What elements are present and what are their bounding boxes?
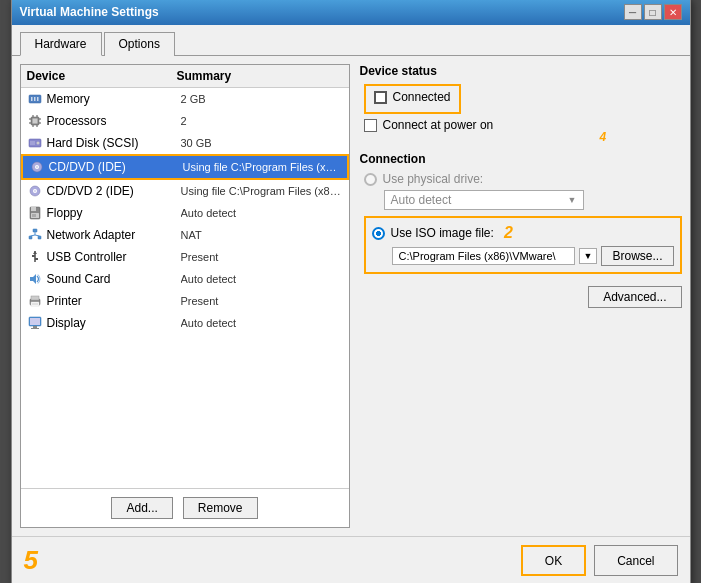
device-buttons: Add... Remove xyxy=(21,488,349,527)
connected-row: Connected xyxy=(374,90,451,104)
svg-rect-3 xyxy=(37,97,39,101)
iso-path-display: C:\Program Files (x86)\VMware\ xyxy=(392,247,575,265)
svg-rect-1 xyxy=(31,97,33,101)
bottom-bar: 5 OK Cancel xyxy=(12,536,690,583)
svg-rect-27 xyxy=(32,214,36,217)
svg-rect-36 xyxy=(32,255,35,257)
svg-line-32 xyxy=(30,235,35,236)
sound-icon xyxy=(27,271,43,287)
svg-marker-38 xyxy=(30,274,36,284)
tab-hardware[interactable]: Hardware xyxy=(20,32,102,56)
svg-rect-37 xyxy=(35,258,38,260)
svg-rect-28 xyxy=(33,229,37,232)
display-icon xyxy=(27,315,43,331)
svg-rect-25 xyxy=(31,207,36,211)
svg-point-15 xyxy=(36,142,39,145)
table-row[interactable]: USB Controller Present xyxy=(21,246,349,268)
close-button[interactable]: ✕ xyxy=(664,4,682,20)
main-window: Virtual Machine Settings ─ □ ✕ Hardware … xyxy=(11,0,691,583)
add-button[interactable]: Add... xyxy=(111,497,172,519)
table-row[interactable]: Memory 2 GB xyxy=(21,88,349,110)
svg-rect-30 xyxy=(38,236,41,239)
annotation-5: 5 xyxy=(24,545,38,576)
ok-button[interactable]: OK xyxy=(521,545,586,576)
window-title: Virtual Machine Settings xyxy=(20,5,159,19)
memory-icon xyxy=(27,91,43,107)
physical-drive-row: Use physical drive: xyxy=(364,172,682,186)
svg-rect-44 xyxy=(30,318,40,325)
title-bar: Virtual Machine Settings ─ □ ✕ xyxy=(12,0,690,25)
settings-panel: Device status Connected Connect at power… xyxy=(360,64,682,528)
col-device-header: Device xyxy=(27,69,177,83)
hdd-icon xyxy=(27,135,43,151)
remove-button[interactable]: Remove xyxy=(183,497,258,519)
cancel-button[interactable]: Cancel xyxy=(594,545,677,576)
svg-rect-5 xyxy=(32,119,37,124)
printer-icon xyxy=(27,293,43,309)
tab-options[interactable]: Options xyxy=(104,32,175,56)
connect-power-row: Connect at power on xyxy=(364,118,682,132)
device-list-panel: Device Summary Memory 2 GB xyxy=(20,64,350,528)
connected-container: Connected xyxy=(364,84,461,114)
physical-drive-radio[interactable] xyxy=(364,173,377,186)
table-row[interactable]: Floppy Auto detect xyxy=(21,202,349,224)
network-icon xyxy=(27,227,43,243)
svg-marker-35 xyxy=(33,251,37,254)
cpu-icon xyxy=(27,113,43,129)
cdrom-icon xyxy=(29,159,45,175)
svg-point-20 xyxy=(36,166,38,168)
main-content: Device Summary Memory 2 GB xyxy=(12,56,690,536)
physical-drive-label: Use physical drive: xyxy=(383,172,484,186)
iso-input-row: C:\Program Files (x86)\VMware\ ▼ Browse.… xyxy=(392,246,674,266)
table-row[interactable]: Sound Card Auto detect xyxy=(21,268,349,290)
svg-rect-46 xyxy=(31,328,39,329)
table-header: Device Summary xyxy=(21,65,349,88)
iso-image-label: Use ISO image file: xyxy=(391,226,494,240)
physical-drive-select[interactable]: Auto detect ▼ xyxy=(384,190,584,210)
svg-line-33 xyxy=(35,235,40,236)
cdrom2-icon xyxy=(27,183,43,199)
advanced-row: Advanced... xyxy=(360,286,682,308)
device-table: Device Summary Memory 2 GB xyxy=(21,65,349,488)
connected-checkbox[interactable] xyxy=(374,91,387,104)
iso-image-row: Use ISO image file: 2 xyxy=(372,224,674,242)
svg-rect-40 xyxy=(31,296,39,300)
iso-section: Use ISO image file: 2 C:\Program Files (… xyxy=(364,216,682,274)
floppy-icon xyxy=(27,205,43,221)
iso-image-radio[interactable] xyxy=(372,227,385,240)
device-status-title: Device status xyxy=(360,64,682,78)
connect-power-checkbox[interactable] xyxy=(364,119,377,132)
usb-icon xyxy=(27,249,43,265)
table-row[interactable]: Display Auto detect xyxy=(21,312,349,334)
browse-button[interactable]: Browse... xyxy=(601,246,673,266)
window-controls: ─ □ ✕ xyxy=(624,4,682,20)
table-row[interactable]: Hard Disk (SCSI) 30 GB xyxy=(21,132,349,154)
advanced-button[interactable]: Advanced... xyxy=(588,286,681,308)
table-row[interactable]: Printer Present xyxy=(21,290,349,312)
maximize-button[interactable]: □ xyxy=(644,4,662,20)
svg-rect-29 xyxy=(29,236,32,239)
connection-title: Connection xyxy=(360,152,682,166)
svg-rect-2 xyxy=(34,97,36,101)
table-row[interactable]: CD/DVD 2 (IDE) Using file C:\Program Fil… xyxy=(21,180,349,202)
table-row[interactable]: CD/DVD (IDE) Using file C:\Program Files… xyxy=(21,154,349,180)
select-arrow-icon: ▼ xyxy=(568,195,577,205)
minimize-button[interactable]: ─ xyxy=(624,4,642,20)
table-row[interactable]: Network Adapter NAT xyxy=(21,224,349,246)
connected-label: Connected xyxy=(393,90,451,104)
annotation-2: 2 xyxy=(504,224,513,242)
col-summary-header: Summary xyxy=(177,69,343,83)
svg-rect-45 xyxy=(33,326,37,328)
table-row[interactable]: Processors 2 xyxy=(21,110,349,132)
device-status-section: Device status Connected Connect at power… xyxy=(360,64,682,136)
dropdown-arrow-icon[interactable]: ▼ xyxy=(579,248,598,264)
tab-bar: Hardware Options xyxy=(12,25,690,56)
connect-power-label: Connect at power on xyxy=(383,118,494,132)
svg-point-23 xyxy=(34,190,36,192)
connection-section: Connection Use physical drive: Auto dete… xyxy=(360,152,682,274)
